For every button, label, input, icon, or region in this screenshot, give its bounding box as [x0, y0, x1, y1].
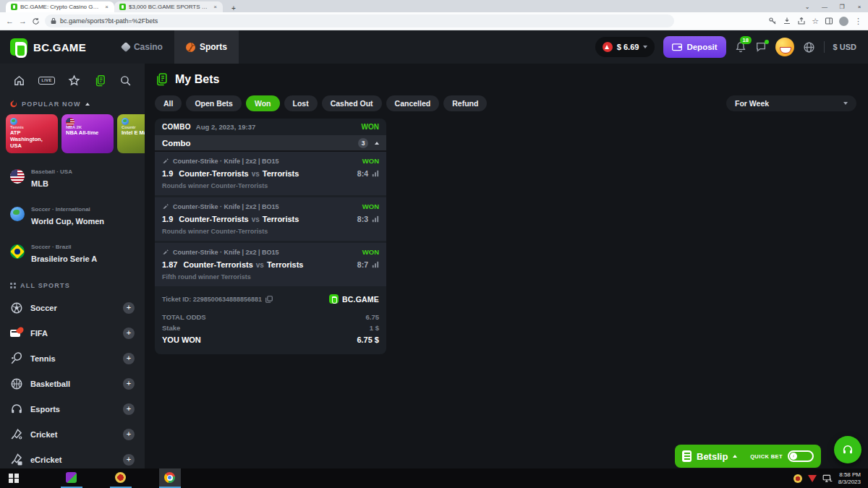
key-icon[interactable] [768, 17, 777, 25]
favorites-star-icon[interactable] [68, 74, 80, 87]
copy-icon[interactable] [265, 296, 273, 303]
filter-refund[interactable]: Refund [443, 95, 487, 111]
list-item-world-cup[interactable]: Soccer · International World Cup, Women [0, 195, 145, 233]
deposit-button[interactable]: Deposit [663, 36, 726, 58]
user-avatar[interactable] [775, 38, 794, 56]
side-panel-icon[interactable] [825, 17, 833, 25]
nav-sports[interactable]: Sports [174, 30, 239, 64]
popular-card-nba[interactable]: NBA 2K NBA All-time [61, 114, 114, 153]
expand-plus-icon[interactable] [123, 302, 135, 314]
sidebar-item-basketball[interactable]: Basketball [0, 371, 145, 396]
combo-toggle-row[interactable]: Combo 3 [155, 135, 386, 152]
expand-plus-icon[interactable] [123, 378, 135, 390]
bookmark-star-icon[interactable]: ☆ [812, 17, 819, 25]
nav-casino[interactable]: Casino [111, 30, 174, 64]
tray-coin-icon[interactable] [793, 474, 802, 483]
bcgame-logo-icon[interactable] [10, 38, 27, 56]
taskbar-app-garena[interactable] [110, 468, 132, 488]
quick-bet-toggle[interactable] [788, 450, 814, 462]
expand-plus-icon[interactable] [123, 328, 135, 339]
sidebar-item-fifa[interactable]: FIFA [0, 320, 145, 346]
new-tab-button[interactable]: + [229, 4, 239, 12]
tab-close-icon[interactable]: × [213, 4, 218, 10]
taskbar-clock[interactable]: 8:58 PM 8/3/2023 [838, 471, 861, 486]
home-icon[interactable] [13, 74, 25, 87]
my-bets-icon[interactable] [94, 74, 106, 87]
refresh-icon[interactable] [32, 17, 40, 25]
fifa-icon [10, 328, 23, 338]
filter-lost[interactable]: Lost [284, 95, 318, 111]
list-item-mlb[interactable]: Baseball · USA MLB [0, 158, 145, 195]
balance-selector[interactable]: $ 6.69 [595, 37, 655, 57]
sidebar-item-soccer[interactable]: Soccer [0, 295, 145, 320]
betslip-bar[interactable]: Betslip QUICK BET [675, 445, 821, 468]
period-dropdown[interactable]: For Week [726, 95, 856, 111]
notifications-button[interactable]: 18 [735, 41, 746, 53]
home-team: Counter-Terrorists [183, 260, 252, 269]
filter-cashed-out[interactable]: Cashed Out [322, 95, 382, 111]
filter-open-bets[interactable]: Open Bets [186, 95, 242, 111]
popular-card-tennis[interactable]: Tennis ATP Washington, USA [6, 114, 58, 153]
chevron-up-icon [733, 455, 737, 458]
back-icon[interactable]: ← [6, 17, 14, 25]
browser-profile-avatar[interactable] [839, 17, 848, 26]
chat-button[interactable] [755, 41, 767, 53]
live-icon[interactable]: LIVE [38, 77, 54, 85]
ticket-row: Ticket ID: 2298500634888856881 BC.GAME [155, 286, 386, 307]
network-icon[interactable] [822, 474, 833, 483]
popular-now-header[interactable]: POPULAR NOW [0, 90, 145, 114]
filter-cancelled[interactable]: Cancelled [386, 95, 440, 111]
maximize-icon[interactable]: ❐ [833, 1, 851, 12]
all-sports-header: ALL SPORTS [0, 272, 145, 295]
expand-plus-icon[interactable] [123, 403, 135, 415]
stats-bars-icon[interactable] [372, 170, 379, 177]
stats-bars-icon[interactable] [372, 215, 379, 223]
popular-card-cs[interactable]: Countr Intel E Maste [117, 114, 145, 153]
sidebar-item-cricket[interactable]: Cricket [0, 421, 145, 447]
share-icon[interactable] [797, 17, 806, 25]
tab-close-icon[interactable]: × [104, 4, 109, 10]
taskbar-app-chrome[interactable] [159, 468, 181, 488]
sidebar-item-tennis[interactable]: Tennis [0, 346, 145, 371]
leg-market: Rounds winner Counter-Terrorists [162, 228, 379, 235]
brand-name[interactable]: BC.GAME [33, 41, 86, 53]
browser-menu-icon[interactable]: ⋮ [854, 17, 862, 25]
brazil-flag-icon [10, 244, 25, 259]
expand-plus-icon[interactable] [123, 454, 135, 466]
language-globe-icon[interactable] [803, 41, 815, 53]
sidebar-item-esports[interactable]: Esports [0, 396, 145, 421]
toggle-knob-lightning-icon [790, 453, 797, 460]
start-button-icon[interactable] [9, 474, 19, 484]
expand-plus-icon[interactable] [123, 429, 135, 440]
install-icon[interactable] [783, 17, 791, 25]
ecricket-icon [10, 453, 23, 466]
bet-leg[interactable]: Counter-Strike · Knife | 2x2 | BO15 WON … [155, 197, 386, 241]
filter-all[interactable]: All [155, 95, 182, 111]
bet-leg[interactable]: Counter-Strike · Knife | 2x2 | BO15 WON … [155, 243, 386, 286]
vs-label: vs [252, 170, 260, 178]
browser-tab-2[interactable]: $3,000 BC.GAME SPORTS PARLA × [114, 1, 223, 12]
browser-tab-1[interactable]: BC.GAME: Crypto Casino Games × [6, 1, 114, 12]
support-button[interactable] [834, 436, 861, 463]
sidebar-item-ecricket[interactable]: eCricket [0, 447, 145, 468]
currency-selector[interactable]: $ USD [833, 43, 856, 51]
chrome-icon [164, 472, 175, 483]
card-title: NBA All-time [66, 129, 109, 136]
card-title: ATP Washington, USA [10, 129, 54, 149]
grid-icon [10, 283, 16, 288]
filter-won[interactable]: Won [246, 95, 280, 111]
list-item-brasileiro[interactable]: Soccer · Brazil Brasileiro Serie A [0, 233, 145, 270]
vs-label: vs [252, 215, 260, 223]
minimize-icon[interactable]: — [816, 1, 833, 12]
all-sports-title: ALL SPORTS [20, 282, 70, 289]
forward-icon[interactable]: → [19, 17, 27, 25]
window-menu-icon[interactable]: ⌄ [799, 1, 816, 12]
search-icon[interactable] [119, 74, 132, 87]
stats-bars-icon[interactable] [372, 261, 379, 268]
taskbar-app-krunker[interactable] [61, 468, 82, 488]
close-icon[interactable]: × [851, 1, 868, 12]
tray-vanguard-icon[interactable] [808, 475, 817, 482]
address-bar[interactable]: bc.game/sports?bt-path=%2Fbets [45, 14, 674, 27]
expand-plus-icon[interactable] [123, 353, 135, 364]
bet-leg[interactable]: Counter-Strike · Knife | 2x2 | BO15 WON … [155, 152, 386, 195]
